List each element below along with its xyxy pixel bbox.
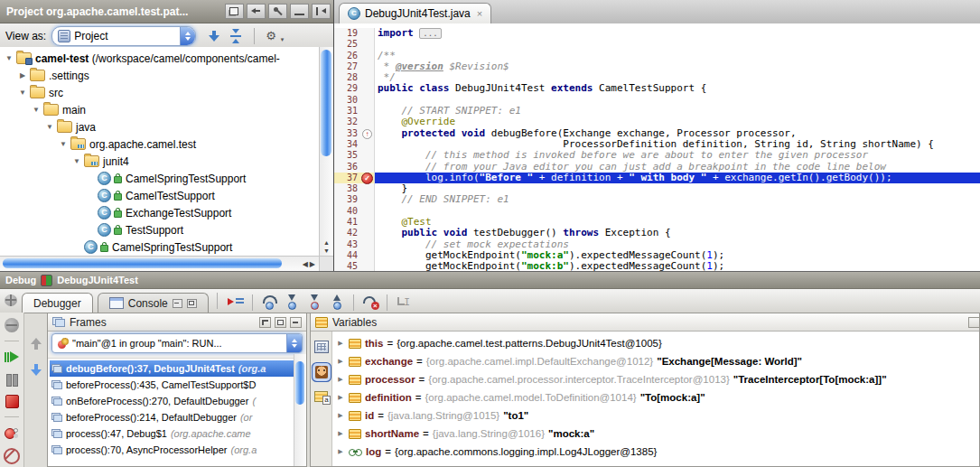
expand-arrow-icon[interactable]: ▶ xyxy=(336,412,345,419)
resume-icon[interactable] xyxy=(5,350,19,364)
evaluate-expression-icon[interactable] xyxy=(314,341,329,353)
tree-item[interactable]: ▼camel-test (/workspace/camel/components… xyxy=(0,50,320,67)
gutter[interactable]: 42 xyxy=(334,228,375,238)
tab-console[interactable]: Console xyxy=(98,293,209,313)
gutter[interactable]: 28 xyxy=(334,72,375,83)
code-line[interactable]: 37✓ log.info("Before " + definition + " … xyxy=(334,173,980,183)
expand-arrow-icon[interactable]: ▶ xyxy=(336,340,345,347)
gutter[interactable]: 19 xyxy=(334,28,375,39)
collapse-arrow-icon[interactable]: ▼ xyxy=(17,89,28,97)
tree-item[interactable]: ExchangeTestSupport xyxy=(0,204,320,221)
gutter[interactable]: 41 xyxy=(334,217,375,228)
force-step-into-icon[interactable] xyxy=(304,294,324,311)
gutter[interactable]: 38 xyxy=(334,183,375,194)
hide-icon[interactable] xyxy=(290,317,302,328)
gutter-marker-area[interactable] xyxy=(360,83,374,94)
pause-icon[interactable] xyxy=(5,372,19,387)
breakpoint-icon[interactable]: ✓ xyxy=(361,173,373,184)
gutter-marker-area[interactable] xyxy=(360,117,374,127)
gutter[interactable]: 31 xyxy=(334,106,375,117)
code-line[interactable]: 39 // END SNIPPET: e1 xyxy=(334,194,980,205)
tree-item[interactable]: ▼java xyxy=(0,118,320,135)
tree-item[interactable]: CamelTestSupport xyxy=(0,187,320,204)
thread-selector[interactable]: "main"@1 in group "main": RUN... xyxy=(51,333,303,353)
stack-frame[interactable]: debugBefore():37, DebugJUnit4Test (org.a xyxy=(50,360,294,377)
gutter-marker-area[interactable] xyxy=(360,206,374,217)
step-over-icon[interactable] xyxy=(259,294,279,311)
mute-breakpoints-icon[interactable] xyxy=(4,448,20,464)
gutter[interactable]: 45 xyxy=(334,261,375,271)
gutter-marker-area[interactable] xyxy=(360,228,374,238)
gutter-marker-area[interactable] xyxy=(360,261,374,271)
gutter-marker-area[interactable] xyxy=(360,239,374,250)
gutter-marker-area[interactable] xyxy=(360,150,374,161)
gutter[interactable]: 26 xyxy=(334,51,375,61)
collapse-arrow-icon[interactable]: ▼ xyxy=(58,140,69,148)
collapse-icon[interactable] xyxy=(259,317,271,328)
gutter-marker-area[interactable] xyxy=(360,39,374,50)
stack-frame[interactable]: process():47, Debug$1 (org.apache.came xyxy=(50,425,294,442)
gutter-marker-area[interactable] xyxy=(360,217,374,228)
gutter[interactable]: 36 xyxy=(334,162,375,173)
run-to-cursor-icon[interactable] xyxy=(394,294,414,311)
gutter-marker-area[interactable] xyxy=(360,106,374,117)
frame-up-icon[interactable] xyxy=(30,338,42,350)
dropdown-stepper-icon[interactable] xyxy=(286,334,302,352)
tree-item[interactable]: CamelSpringTestSupport xyxy=(0,170,320,187)
gutter-marker-area[interactable] xyxy=(360,250,374,261)
gutter[interactable]: 29 xyxy=(334,83,375,94)
gutter[interactable]: 27 xyxy=(334,61,375,72)
expand-arrow-icon[interactable]: ▶ xyxy=(17,71,28,79)
float-icon[interactable] xyxy=(275,317,286,328)
expand-arrow-icon[interactable]: ▶ xyxy=(336,448,345,455)
scrollbar-thumb[interactable] xyxy=(295,361,304,405)
tab-float-icon[interactable] xyxy=(187,299,197,308)
variable-row[interactable]: ▶this = {org.apache.camel.test.patterns.… xyxy=(332,334,979,352)
stack-frame[interactable]: beforeProcess():435, CamelTestSupport$D xyxy=(50,377,294,393)
variable-row[interactable]: ▶id = {java.lang.String@1015}"to1" xyxy=(332,406,979,425)
variable-row[interactable]: ▶processor = {org.apache.camel.processor… xyxy=(332,370,979,388)
pin-icon[interactable] xyxy=(268,4,287,19)
code-line[interactable]: 19import ... xyxy=(334,28,980,39)
float-window-icon[interactable] xyxy=(225,4,244,19)
gutter[interactable]: 33↑ xyxy=(334,128,375,139)
gutter[interactable]: 37✓ xyxy=(334,173,375,183)
frames-scrollbar[interactable] xyxy=(294,354,306,466)
expand-arrow-icon[interactable]: ▶ xyxy=(336,430,345,437)
collapse-arrow-icon[interactable]: ▼ xyxy=(44,123,55,131)
gutter-marker-area[interactable] xyxy=(360,162,374,173)
gutter-marker-area[interactable]: ↑ xyxy=(360,128,374,139)
scrollbar-arrows[interactable]: ▲▼ xyxy=(320,238,333,255)
expand-arrow-icon[interactable]: ▶ xyxy=(336,394,345,401)
restart-icon[interactable] xyxy=(5,318,19,332)
gutter-marker-area[interactable] xyxy=(360,95,374,106)
view-breakpoints-icon[interactable] xyxy=(5,425,19,440)
code-line[interactable]: 29public class DebugJUnit4Test extends C… xyxy=(334,83,980,94)
tab-pin-icon[interactable] xyxy=(173,299,182,308)
hide-panel-icon[interactable] xyxy=(312,4,331,19)
gutter-marker-area[interactable] xyxy=(360,72,374,83)
code-line[interactable]: 45 getMockEndpoint("mock:b").expectedMes… xyxy=(334,261,980,271)
pop-frame-icon[interactable] xyxy=(360,294,380,311)
gutter[interactable]: 35 xyxy=(334,150,375,161)
collapse-arrow-icon[interactable]: ▼ xyxy=(71,157,82,165)
tab-debugger[interactable]: Debugger xyxy=(22,293,93,313)
variable-row[interactable]: ▶exchange = {org.apache.camel.impl.Defau… xyxy=(332,352,979,370)
code-line[interactable]: 27 * @version $Revision$ xyxy=(334,61,980,72)
step-into-icon[interactable] xyxy=(282,294,302,311)
scrollbar-thumb[interactable] xyxy=(321,50,331,156)
tree-item[interactable]: ▼src xyxy=(0,84,320,101)
panel-options-icon[interactable] xyxy=(968,317,980,328)
tree-item[interactable]: TestSupport xyxy=(0,221,320,238)
stack-frame[interactable]: process():70, AsyncProcessorHelper (org.… xyxy=(50,442,294,458)
view-as-dropdown[interactable]: Project xyxy=(51,26,196,46)
dropdown-stepper-icon[interactable] xyxy=(180,27,195,45)
stack-frame[interactable]: onBeforeProcess():270, DefaultDebugger ( xyxy=(50,393,294,409)
expand-icon[interactable] xyxy=(207,29,221,43)
frame-down-icon[interactable] xyxy=(30,363,42,376)
override-indicator-icon[interactable]: ↑ xyxy=(362,129,372,139)
gutter[interactable]: 32 xyxy=(334,117,375,127)
tree-item[interactable]: ▼junit4 xyxy=(0,153,320,170)
gutter[interactable]: 30 xyxy=(334,95,375,106)
gutter[interactable]: 40 xyxy=(334,206,375,217)
